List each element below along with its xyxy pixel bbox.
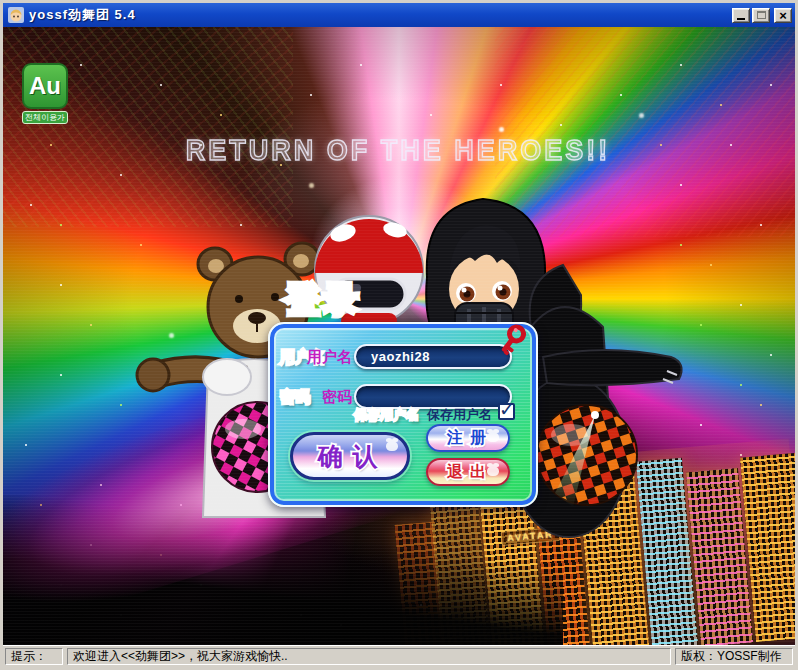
minimize-icon (737, 18, 745, 20)
key-icon (496, 324, 526, 358)
username-input[interactable] (354, 344, 512, 369)
au-logo-text: Au (22, 63, 68, 109)
close-icon: × (779, 9, 787, 22)
bunny-decoration-icon (487, 466, 499, 476)
exit-button[interactable]: 退出 (426, 458, 510, 486)
check-icon: ✓ (499, 398, 515, 421)
copyright-text: 版权：YOSSF制作 (675, 648, 793, 665)
game-area: AVATAR (3, 27, 795, 645)
username-label: 用户名 (280, 348, 352, 367)
rating-caption: 전체이용가 (22, 111, 68, 124)
login-panel: 用户名 密码 保存用户名 ✓ 确认 (268, 322, 538, 507)
register-button[interactable]: 注册 (426, 424, 510, 452)
confirm-button[interactable]: 确认 (290, 432, 410, 480)
register-button-label: 注册 (443, 428, 493, 449)
status-label: 提示： (5, 648, 63, 665)
window-icon[interactable] (8, 7, 24, 23)
au-rating-logo: Au 전체이용가 (22, 63, 68, 124)
save-username-checkbox[interactable]: ✓ (498, 403, 515, 420)
login-title: 登录 (286, 277, 362, 323)
confirm-button-label: 确认 (313, 440, 388, 473)
maximize-icon (757, 11, 766, 19)
maximize-button[interactable] (752, 8, 770, 23)
save-username-label: 保存用户名 (354, 406, 492, 424)
bunny-decoration-icon (487, 432, 499, 442)
minimize-button[interactable] (732, 8, 750, 23)
headline-text: RETURN OF THE HEROES!! (153, 133, 643, 168)
status-bar: 提示： 欢迎进入<<劲舞团>>，祝大家游戏愉快.. 版权：YOSSF制作 (3, 645, 795, 667)
title-bar: yossf劲舞团 5.4 × (3, 3, 795, 27)
application-window: yossf劲舞团 5.4 × AVATAR (0, 0, 798, 670)
status-message: 欢迎进入<<劲舞团>>，祝大家游戏愉快.. (67, 648, 671, 665)
exit-button-label: 退出 (443, 462, 493, 483)
password-label: 密码 (280, 388, 352, 407)
close-button[interactable]: × (774, 8, 792, 23)
window-title: yossf劲舞团 5.4 (29, 6, 136, 24)
bunny-decoration-icon (386, 441, 398, 451)
